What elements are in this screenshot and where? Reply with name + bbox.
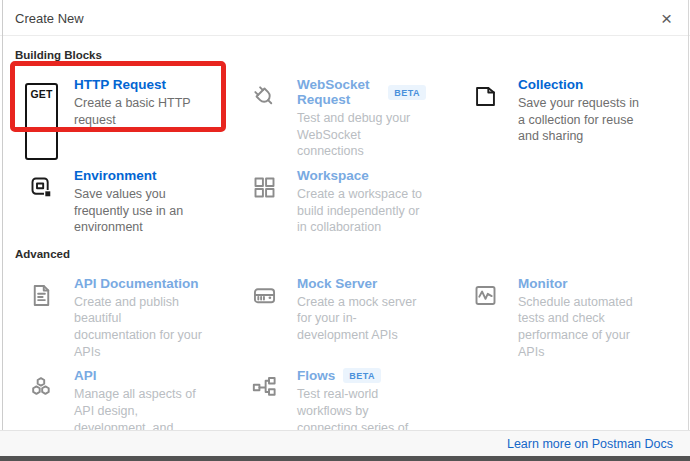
- card-title: Workspace: [297, 168, 369, 183]
- section-label-advanced: Advanced: [15, 248, 676, 260]
- card-api-documentation[interactable]: API Documentation Create and publish bea…: [14, 268, 237, 361]
- card-description: Create and publish beautiful documentati…: [74, 294, 205, 361]
- card-title: Mock Server: [297, 276, 377, 291]
- window-bottom-edge: [0, 456, 690, 461]
- get-badge-icon: GET: [28, 83, 55, 160]
- window-right-edge: [688, 0, 689, 461]
- section-label-building-blocks: Building Blocks: [15, 49, 676, 61]
- pulse-icon: [472, 282, 499, 361]
- card-title: API Documentation: [74, 276, 199, 291]
- document-icon: [28, 282, 55, 361]
- advanced-grid: API Documentation Create and publish bea…: [14, 268, 676, 453]
- window-left-edge: [2, 0, 3, 461]
- beta-badge: BETA: [388, 85, 426, 100]
- card-mock-server[interactable]: Mock Server Create a mock server for you…: [237, 268, 458, 361]
- card-description: Create a mock server for your in-develop…: [297, 294, 426, 344]
- dialog-title: Create New: [15, 11, 84, 26]
- folder-icon: [472, 83, 499, 160]
- server-icon: [251, 282, 278, 361]
- environment-icon: [28, 174, 55, 236]
- card-collection[interactable]: Collection Save your requests in a colle…: [458, 69, 675, 160]
- dialog-footer: Learn more on Postman Docs: [0, 430, 690, 456]
- close-icon[interactable]: ×: [661, 12, 672, 26]
- card-description: Test and debug your WebSocket connection…: [297, 110, 426, 160]
- card-title: Monitor: [518, 276, 568, 291]
- websocket-plug-icon: [251, 83, 278, 160]
- card-title: Collection: [518, 77, 583, 92]
- card-title: HTTP Request: [74, 77, 166, 92]
- card-description: Create a basic HTTP request: [74, 95, 205, 128]
- dialog-content: Building Blocks GET HTTP Request Create …: [0, 36, 690, 461]
- building-blocks-grid: GET HTTP Request Create a basic HTTP req…: [14, 69, 676, 236]
- card-title: Flows: [297, 368, 335, 383]
- card-title: Environment: [74, 168, 157, 183]
- beta-badge: BETA: [343, 368, 381, 383]
- dialog-header: Create New ×: [0, 0, 690, 36]
- card-title: WebSocket Request: [297, 77, 380, 107]
- postman-docs-link[interactable]: Learn more on Postman Docs: [507, 437, 673, 451]
- card-description: Schedule automated tests and check perfo…: [518, 294, 643, 361]
- card-environment[interactable]: Environment Save values you frequently u…: [14, 160, 237, 236]
- card-description: Create a workspace to build independentl…: [297, 186, 426, 236]
- card-description: Save your requests in a collection for r…: [518, 95, 643, 145]
- card-websocket-request[interactable]: WebSocket Request BETA Test and debug yo…: [237, 69, 458, 160]
- card-workspace[interactable]: Workspace Create a workspace to build in…: [237, 160, 458, 236]
- card-monitor[interactable]: Monitor Schedule automated tests and che…: [458, 268, 675, 361]
- grid-icon: [251, 174, 278, 236]
- card-description: Save values you frequently use in an env…: [74, 186, 205, 236]
- card-title: API: [74, 368, 97, 383]
- card-http-request[interactable]: GET HTTP Request Create a basic HTTP req…: [14, 69, 237, 160]
